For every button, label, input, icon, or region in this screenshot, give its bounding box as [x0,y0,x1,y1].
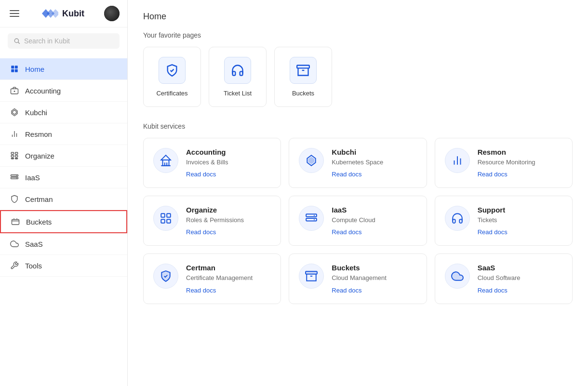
hamburger-line-3 [10,16,19,17]
hamburger-button[interactable] [8,8,21,19]
sidebar-item-iaas[interactable]: IaaS [0,167,127,188]
kubchi-service-icon [299,148,324,173]
favorites-section: Your favorite pages Certificates [143,31,573,107]
certman-read-docs-link[interactable]: Read docs [186,287,253,294]
user-avatar[interactable] [104,6,120,21]
service-card-accounting[interactable]: Accounting Invoices & Bills Read docs [143,138,281,188]
sidebar-item-accounting[interactable]: Accounting [0,80,127,102]
ticket-icon-box [224,57,251,84]
saas-service-desc: Cloud Software [478,274,521,282]
saas-service-name: SaaS [478,264,521,272]
organize-service-name: Organize [186,206,244,214]
accounting-service-name: Accounting [186,148,228,156]
search-placeholder-text: Search in Kubit [24,37,70,45]
service-card-resmon[interactable]: Resmon Resource Monitoring Read docs [435,138,573,188]
organize-service-desc: Roles & Permissions [186,216,244,225]
sidebar-item-iaas-label: IaaS [25,173,40,182]
svg-rect-43 [167,219,171,223]
sidebar-item-home[interactable]: Home [0,58,127,80]
certman-service-icon [153,264,178,289]
sidebar-item-saas[interactable]: SaaS [0,233,127,255]
search-box[interactable]: Search in Kubit [8,33,120,49]
sidebar-item-organize[interactable]: Organize [0,145,127,167]
sidebar-header: Kubit [0,0,127,27]
sidebar-logo[interactable]: Kubit [41,8,84,19]
ticket-list-label: Ticket List [224,90,252,97]
accounting-icon [10,86,19,95]
services-section: Kubit services Accounting Invoices & Bil… [143,122,573,304]
tools-icon [10,261,19,270]
accounting-service-icon [153,148,178,173]
sidebar-item-buckets-label: Buckets [26,218,52,226]
kubchi-read-docs-link[interactable]: Read docs [332,171,383,178]
sidebar-item-tools[interactable]: Tools [0,255,127,277]
accounting-service-desc: Invoices & Bills [186,158,228,167]
resmon-read-docs-link[interactable]: Read docs [478,171,535,178]
sidebar-item-kubchi[interactable]: Kubchi [0,102,127,123]
iaas-service-desc: Compute Cloud [332,216,375,225]
svg-rect-40 [161,213,165,217]
main-content: Home Your favorite pages Certificates [128,0,588,386]
kubchi-icon [10,107,19,117]
svg-marker-10 [13,110,16,115]
sidebar-item-kubchi-label: Kubchi [25,108,47,117]
favorite-card-certificates[interactable]: Certificates [143,47,201,107]
svg-marker-36 [309,158,314,164]
services-section-title: Kubit services [143,122,573,130]
kubchi-service-name: Kubchi [332,148,383,156]
service-card-kubchi[interactable]: Kubchi Kubernetes Space Read docs [289,138,427,188]
iaas-service-name: IaaS [332,206,375,214]
sidebar-item-certman[interactable]: Certman [0,188,127,210]
sidebar-item-buckets[interactable]: Buckets [0,210,127,233]
search-icon [13,38,20,44]
buckets-service-icon [299,264,324,289]
svg-rect-31 [163,160,169,166]
svg-rect-5 [15,69,18,72]
hamburger-line-2 [10,13,19,14]
sidebar-item-resmon-label: Resmon [25,130,52,138]
resmon-service-icon [445,148,470,173]
iaas-service-info: IaaS Compute Cloud Read docs [332,206,375,236]
svg-rect-15 [15,152,18,154]
iaas-icon [10,173,19,182]
favorites-section-title: Your favorite pages [143,31,573,39]
support-service-desc: Tickets [478,216,508,225]
service-card-support[interactable]: Support Tickets Read docs [435,196,573,246]
saas-service-info: SaaS Cloud Software Read docs [478,264,521,293]
headset-icon [231,64,244,77]
service-card-certman[interactable]: Certman Certificate Management Read docs [143,253,281,304]
favorite-card-buckets[interactable]: Buckets [274,47,332,107]
svg-rect-17 [15,155,18,157]
accounting-read-docs-link[interactable]: Read docs [186,171,228,178]
svg-rect-2 [11,66,14,68]
sidebar-nav: Home Accounting Kubchi [0,54,127,280]
svg-rect-28 [297,66,309,68]
svg-point-46 [314,215,315,216]
sidebar-item-resmon[interactable]: Resmon [0,123,127,145]
buckets-icon [11,217,20,226]
favorite-card-ticket-list[interactable]: Ticket List [209,47,267,107]
buckets-read-docs-link[interactable]: Read docs [332,287,386,294]
certman-icon [10,194,19,204]
svg-marker-32 [161,155,171,160]
favorites-cards: Certificates Ticket List [143,47,573,107]
organize-read-docs-link[interactable]: Read docs [186,228,244,236]
service-card-saas[interactable]: SaaS Cloud Software Read docs [435,253,573,304]
support-read-docs-link[interactable]: Read docs [478,228,508,236]
svg-line-1 [18,42,20,44]
home-icon [10,64,19,74]
sidebar-item-organize-label: Organize [25,152,54,160]
service-card-buckets[interactable]: Buckets Cloud Management Read docs [289,253,427,304]
service-card-organize[interactable]: Organize Roles & Permissions Read docs [143,196,281,246]
saas-icon [10,239,19,249]
sidebar-item-certman-label: Certman [25,195,53,203]
page-title: Home [143,12,573,22]
saas-read-docs-link[interactable]: Read docs [478,287,521,294]
avatar-image [104,6,120,21]
iaas-read-docs-link[interactable]: Read docs [332,228,375,236]
sidebar-item-home-label: Home [25,65,44,73]
buckets-service-info: Buckets Cloud Management Read docs [332,264,386,293]
organize-icon [10,151,19,160]
organize-service-icon [153,206,178,231]
service-card-iaas[interactable]: IaaS Compute Cloud Read docs [289,196,427,246]
